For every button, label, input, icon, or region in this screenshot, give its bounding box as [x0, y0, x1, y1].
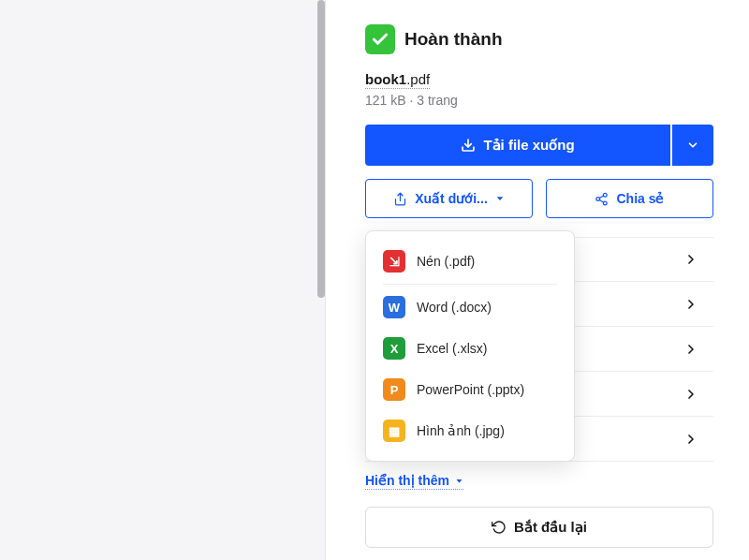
chevron-right-icon — [683, 297, 698, 312]
main-panel: Hoàn thành book1.pdf 121 kB · 3 trang Tả… — [326, 0, 749, 560]
filetype-icon: W — [383, 296, 405, 318]
export-menu-item[interactable]: XExcel (.xlsx) — [366, 328, 574, 369]
download-icon — [461, 138, 476, 153]
download-dropdown-button[interactable] — [672, 125, 713, 166]
restart-button[interactable]: Bắt đầu lại — [365, 507, 713, 548]
status-label: Hoàn thành — [404, 29, 503, 50]
export-dropdown-menu: ⇲Nén (.pdf)WWord (.docx)XExcel (.xlsx)PP… — [365, 230, 575, 462]
share-icon — [595, 192, 609, 206]
success-check-icon — [365, 24, 395, 54]
filetype-icon: X — [383, 337, 405, 360]
svg-line-7 — [600, 196, 604, 199]
export-menu-item[interactable]: PPowerPoint (.pptx) — [366, 369, 574, 410]
menu-divider — [383, 284, 557, 285]
svg-line-6 — [600, 199, 604, 202]
download-row: Tải file xuống — [365, 125, 713, 166]
file-name[interactable]: book1.pdf — [365, 71, 430, 89]
export-menu-item[interactable]: ⇲Nén (.pdf) — [366, 241, 574, 282]
export-menu-label: Word (.docx) — [417, 300, 492, 315]
svg-marker-8 — [457, 479, 463, 482]
export-icon — [393, 192, 407, 206]
file-meta: 121 kB · 3 trang — [365, 93, 713, 108]
filename-row: book1.pdf — [365, 71, 713, 89]
chevron-down-icon — [686, 139, 699, 152]
show-more-link[interactable]: Hiển thị thêm — [365, 473, 463, 490]
export-menu-label: Excel (.xlsx) — [417, 341, 487, 356]
chevron-right-icon — [683, 342, 698, 357]
export-menu-label: PowerPoint (.pptx) — [417, 382, 524, 397]
export-menu-item[interactable]: ▦Hình ảnh (.jpg) — [366, 410, 574, 451]
share-button[interactable]: Chia sẻ — [546, 179, 713, 218]
export-menu-label: Nén (.pdf) — [417, 254, 475, 269]
export-menu-item[interactable]: WWord (.docx) — [366, 287, 574, 328]
preview-pane — [0, 0, 326, 560]
filetype-icon: P — [383, 378, 405, 401]
export-button[interactable]: Xuất dưới... — [365, 179, 533, 218]
caret-down-icon — [495, 194, 505, 203]
export-menu-label: Hình ảnh (.jpg) — [417, 423, 505, 438]
filetype-icon: ▦ — [383, 420, 405, 442]
action-row: Xuất dưới... Chia sẻ — [365, 179, 713, 218]
status-row: Hoàn thành — [365, 24, 713, 54]
download-button[interactable]: Tải file xuống — [365, 125, 670, 166]
svg-marker-2 — [496, 197, 503, 200]
chevron-right-icon — [683, 252, 698, 267]
restart-icon — [492, 520, 507, 535]
chevron-right-icon — [683, 387, 698, 402]
chevron-right-icon — [683, 432, 698, 447]
filetype-icon: ⇲ — [383, 250, 405, 273]
caret-down-icon — [455, 477, 463, 485]
